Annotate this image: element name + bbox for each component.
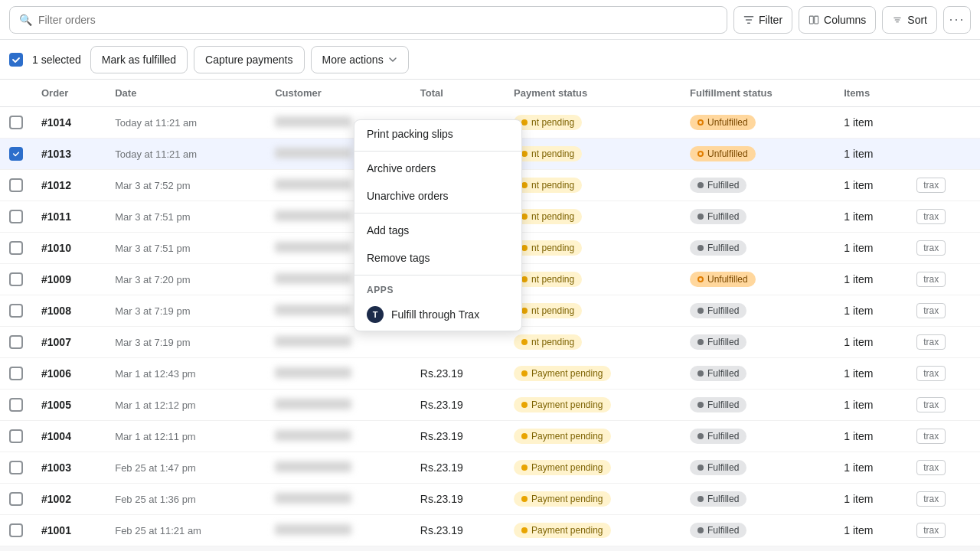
fulfillment-badge: Fulfilled: [690, 334, 746, 350]
order-items: 1 item: [844, 461, 873, 474]
trax-tag: trax: [916, 523, 946, 538]
customer-name: [275, 116, 351, 127]
customer-name: [275, 336, 351, 347]
add-tags-item[interactable]: Add tags: [354, 217, 521, 244]
order-items: 1 item: [844, 367, 873, 380]
payment-badge: nt pending: [514, 303, 582, 318]
row-checkbox[interactable]: [9, 398, 23, 412]
archive-orders-item[interactable]: Archive orders: [354, 155, 521, 182]
more-actions-button[interactable]: More actions: [311, 46, 409, 73]
apps-section-label: APPS: [354, 279, 521, 298]
row-checkbox[interactable]: [9, 241, 23, 255]
filter-icon: [743, 15, 754, 25]
col-order: Order: [32, 80, 106, 107]
order-items: 1 item: [844, 179, 873, 191]
row-checkbox[interactable]: [9, 461, 23, 474]
divider-3: [354, 275, 521, 276]
order-amount: Rs.23.19: [420, 461, 463, 474]
capture-payments-button[interactable]: Capture payments: [194, 46, 304, 73]
order-date: Today at 11:21 am: [115, 117, 197, 129]
table-row[interactable]: #1006Mar 1 at 12:43 pmRs.23.19Payment pe…: [0, 358, 980, 390]
customer-name: [275, 399, 351, 409]
table-row[interactable]: #1002Feb 25 at 1:36 pmRs.23.19Payment pe…: [0, 484, 980, 515]
payment-badge: Payment pending: [514, 397, 610, 412]
order-amount: Rs.23.19: [420, 493, 463, 505]
mark-fulfilled-button[interactable]: Mark as fulfilled: [90, 46, 188, 73]
order-items: 1 item: [844, 273, 873, 285]
payment-badge: nt pending: [514, 115, 582, 130]
order-items: 1 item: [844, 524, 873, 536]
col-tags: [907, 80, 980, 107]
table-row[interactable]: #1003Feb 25 at 1:47 pmRs.23.19Payment pe…: [0, 452, 980, 484]
table-row[interactable]: #1004Mar 1 at 12:11 pmRs.23.19Payment pe…: [0, 421, 980, 452]
trax-tag: trax: [916, 334, 946, 350]
order-date: Feb 25 at 1:36 pm: [115, 494, 196, 505]
order-id: #1002: [41, 493, 71, 505]
row-checkbox[interactable]: [9, 335, 23, 349]
sort-button[interactable]: Sort: [882, 6, 937, 34]
customer-name: [275, 430, 351, 441]
order-amount: Rs.23.19: [420, 367, 463, 380]
columns-icon: [808, 15, 819, 25]
order-id: #1013: [41, 148, 71, 160]
trax-tag: trax: [916, 240, 946, 256]
row-checkbox[interactable]: [9, 147, 23, 161]
customer-name: [275, 305, 351, 315]
customer-name: [275, 367, 351, 378]
payment-badge: nt pending: [514, 240, 582, 256]
fulfillment-badge: Unfulfilled: [690, 272, 756, 287]
filter-button[interactable]: Filter: [733, 6, 792, 34]
table-row[interactable]: #1005Mar 1 at 12:12 pmRs.23.19Payment pe…: [0, 390, 980, 421]
check-icon: [11, 55, 21, 64]
table-row[interactable]: #1001Feb 25 at 11:21 amRs.23.19Payment p…: [0, 515, 980, 546]
unarchive-orders-item[interactable]: Unarchive orders: [354, 182, 521, 210]
order-items: 1 item: [844, 493, 873, 505]
divider-2: [354, 213, 521, 214]
row-checkbox[interactable]: [9, 272, 23, 286]
print-packing-slips-item[interactable]: Print packing slips: [354, 120, 521, 148]
order-id: #1009: [41, 273, 71, 285]
order-items: 1 item: [844, 305, 873, 317]
order-id: #1012: [41, 179, 71, 191]
order-id: #1004: [41, 430, 71, 442]
order-id: #1007: [41, 336, 71, 348]
row-checkbox[interactable]: [9, 210, 23, 223]
trax-tag: trax: [916, 397, 946, 412]
order-date: Mar 1 at 12:43 pm: [115, 368, 196, 380]
fulfillment-badge: Unfulfilled: [690, 115, 756, 130]
search-input[interactable]: [38, 14, 717, 26]
fulfill-trax-item[interactable]: T Fulfill through Trax: [354, 298, 521, 331]
columns-button[interactable]: Columns: [799, 6, 876, 34]
row-checkbox[interactable]: [9, 523, 23, 537]
trax-tag: trax: [916, 272, 946, 287]
row-checkbox[interactable]: [9, 304, 23, 318]
remove-tags-item[interactable]: Remove tags: [354, 244, 521, 272]
customer-name: [275, 524, 351, 535]
sort-icon: [892, 15, 903, 25]
order-items: 1 item: [844, 210, 873, 223]
trax-tag: trax: [916, 429, 946, 444]
order-amount: Rs.23.19: [420, 430, 463, 442]
customer-name: [275, 273, 351, 284]
fulfillment-badge: Fulfilled: [690, 366, 746, 381]
select-all-checkbox[interactable]: [9, 53, 23, 67]
row-checkbox[interactable]: [9, 116, 23, 129]
more-icon: ···: [949, 11, 965, 28]
order-date: Feb 25 at 11:21 am: [115, 525, 201, 536]
row-checkbox[interactable]: [9, 367, 23, 380]
fulfillment-badge: Fulfilled: [690, 303, 746, 318]
customer-name: [275, 461, 351, 472]
more-button[interactable]: ···: [943, 6, 971, 34]
trax-icon: T: [367, 306, 384, 323]
fulfillment-badge: Fulfilled: [690, 429, 746, 444]
order-date: Mar 1 at 12:12 pm: [115, 399, 196, 411]
row-checkbox[interactable]: [9, 178, 23, 192]
order-items: 1 item: [844, 336, 873, 348]
order-amount: Rs.23.19: [420, 399, 463, 411]
row-checkbox[interactable]: [9, 492, 23, 506]
row-checkbox[interactable]: [9, 429, 23, 443]
toolbar: 🔍 Filter Columns Sort ···: [0, 0, 980, 40]
search-box[interactable]: 🔍: [9, 6, 727, 34]
trax-tag: trax: [916, 460, 946, 475]
payment-badge: Payment pending: [514, 523, 610, 538]
